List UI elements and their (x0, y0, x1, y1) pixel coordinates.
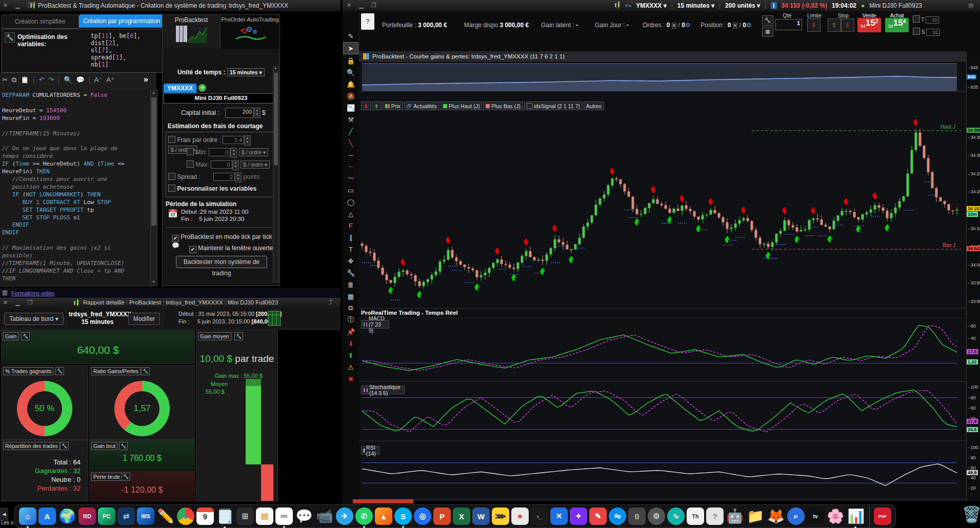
dock-icon[interactable]: 🗒️ (216, 507, 234, 525)
wrench-icon[interactable]: 🔧 (234, 332, 243, 340)
dock-icon[interactable]: ◎ (414, 507, 431, 525)
triangle-icon[interactable]: △ (344, 208, 358, 219)
sell-arrow-icon[interactable]: ⬇ (344, 338, 358, 349)
dock-icon[interactable]: {} (628, 507, 646, 525)
timeframe-select[interactable]: 15 minutes ▾ (227, 68, 265, 76)
dock-icon[interactable]: PC (98, 507, 115, 525)
frais-checkbox[interactable] (168, 136, 175, 143)
comment-bubble-icon[interactable]: 💬 (172, 242, 179, 249)
capital-input[interactable]: 200 (225, 108, 254, 118)
dock-icon[interactable]: ⊞ (236, 507, 254, 525)
dock-icon[interactable]: ✈ (336, 507, 353, 525)
report-table-icon[interactable] (268, 311, 281, 328)
stop-buy-icon[interactable]: ⇧ (828, 18, 841, 32)
scroll-up-icon[interactable]: ▲ (151, 91, 156, 96)
trash-icon[interactable]: 🗑️ (962, 505, 980, 523)
close-all-icon[interactable]: ✖ (344, 373, 358, 384)
wrench-icon[interactable]: 🔧 (55, 367, 64, 375)
tab-probacktest[interactable]: ProBacktest (163, 15, 221, 49)
hline-red-icon[interactable]: ┄ (344, 161, 358, 172)
legend-plus-haut[interactable]: Plus Haut (J) (441, 101, 483, 110)
perso-checkbox[interactable] (168, 185, 175, 192)
lock-icon[interactable]: 🔒 (344, 55, 358, 66)
dock-icon[interactable]: WS (137, 507, 154, 525)
alert-icon[interactable]: 🔔 (344, 78, 358, 90)
dock-icon[interactable]: 🦊 (767, 507, 785, 525)
fibonacci-icon[interactable]: F (344, 220, 358, 231)
stoch-legend[interactable]: Stochastique (14 3 5) (361, 385, 405, 394)
search-icon[interactable]: 🔍 (64, 76, 72, 84)
trendline-down-icon[interactable]: ╲ (344, 137, 358, 149)
dock-icon[interactable]: 💬 (295, 507, 313, 525)
copy-icon[interactable]: ⧉ (12, 76, 16, 84)
dock-icon[interactable]: ⌕ (787, 507, 805, 525)
dock-icon[interactable]: ● (177, 507, 194, 525)
redo-icon[interactable]: ↷ (48, 76, 54, 84)
paste-icon[interactable]: 📋 (21, 76, 29, 84)
dock-icon[interactable]: ▲ (375, 507, 392, 525)
scrollbar-thumb[interactable] (274, 73, 278, 165)
warning-icon[interactable]: ⚠ (344, 361, 358, 373)
wrench-icon[interactable]: 🔧 (5, 32, 15, 43)
rectangle-icon[interactable]: ▭ (344, 185, 358, 196)
code-editor[interactable]: DEFPARAM CUMULATEORDERS = False HeureDeb… (0, 90, 152, 287)
dock-icon[interactable]: ? (706, 507, 724, 525)
rsi-legend[interactable]: RSI (14) (361, 446, 379, 455)
backtest-button[interactable]: Backtester mon système de trading (176, 256, 267, 268)
code-scrollbar[interactable]: ▲ ▼ (150, 90, 157, 286)
move-icon[interactable]: ✥ (344, 255, 358, 267)
instrument-tab[interactable]: YMXXXX (164, 84, 196, 93)
min-input[interactable]: 0 (209, 148, 230, 156)
dock-icon[interactable]: ▤ (256, 507, 273, 525)
dock-icon[interactable]: X (453, 507, 470, 525)
hline-green-icon[interactable]: ─ (344, 149, 358, 160)
scroll-down-icon[interactable]: ▼ (151, 280, 156, 285)
macd-legend[interactable]: MACD (7 23 9) (361, 320, 389, 329)
dock-icon[interactable]: Th (687, 507, 704, 525)
capital-stepper[interactable]: ▲▼ (254, 108, 261, 118)
parallel-icon[interactable]: ∥ (344, 232, 358, 243)
dock-icon[interactable]: ☺ (19, 507, 36, 525)
share-icon[interactable]: ⤴ (329, 299, 332, 306)
dock-icon[interactable]: ∿ (667, 507, 685, 525)
stop-sell-icon[interactable]: ⇩ (841, 18, 854, 32)
buy-market-button[interactable]: 34154 (885, 18, 909, 32)
dock-icon[interactable]: 📹 (315, 507, 334, 525)
alert-off-icon[interactable]: 🔕 (344, 90, 358, 101)
dock-icon[interactable]: P (433, 507, 451, 525)
buy-arrow-icon[interactable]: ⬆ (344, 350, 358, 361)
timeframe-select[interactable]: 15 minutes ▾ (677, 2, 714, 9)
trendline-up-icon[interactable]: ╱ (344, 126, 358, 137)
expand-toolbar-button[interactable]: » (144, 75, 148, 84)
max-unit-select[interactable]: $ / ordre ▾ (241, 160, 270, 169)
dashboard-tab[interactable]: Rapport détaillé (83, 299, 125, 306)
view-selector[interactable]: Tableau de bord ▾ (4, 313, 64, 325)
dock-icon[interactable]: ⚙ (648, 507, 665, 525)
dock-icon[interactable]: ⏺ (511, 507, 529, 525)
config-scrollbar[interactable]: ▲ (273, 66, 279, 282)
duplicate-icon[interactable]: ⧉ (344, 302, 358, 314)
spread-checkbox[interactable] (168, 173, 175, 180)
dock-icon[interactable]: RD (78, 507, 96, 525)
t-checkbox[interactable] (913, 15, 920, 23)
legend-prix[interactable]: Prix (383, 101, 403, 110)
help-doc-icon[interactable]: ? (361, 13, 374, 30)
wrench-icon[interactable]: 🔧 (21, 332, 30, 340)
dock-icon[interactable]: 🌍 (58, 507, 76, 525)
tools-icon[interactable]: ⚒ (344, 114, 358, 125)
instrument-select[interactable]: YMXXXX ▾ (636, 2, 666, 9)
sell-marker-icon[interactable]: ⬇ (361, 101, 371, 110)
delete-icon[interactable]: 🗑 (344, 279, 358, 290)
font-larger-icon[interactable]: A⁺ (106, 76, 114, 84)
text-icon[interactable]: T (344, 243, 358, 255)
order-grid-icon[interactable]: ▦ (762, 27, 773, 37)
dock-icon[interactable]: A (38, 507, 56, 525)
buy-marker-icon[interactable]: ⬆ (372, 101, 382, 110)
dock-icon[interactable]: ✎ (589, 507, 607, 525)
panel-icon[interactable]: ▤ (968, 2, 973, 9)
formations-link[interactable]: Formations vidéo (11, 290, 54, 296)
dock-icon[interactable]: ≔ (275, 507, 293, 525)
dock-icon[interactable]: W (472, 507, 490, 525)
dock-icon[interactable]: ⇄ (117, 507, 135, 525)
window-controls[interactable]: ✕ ▁ ❒ (347, 2, 379, 9)
